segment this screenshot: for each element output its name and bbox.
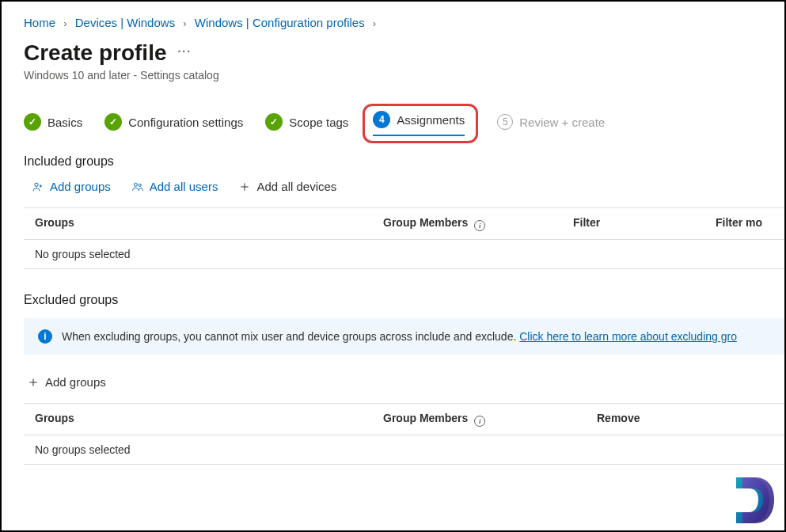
table-header-row: Groups Group Members i Remove	[24, 403, 784, 435]
wizard-steps: ✓ Basics ✓ Configuration settings ✓ Scop…	[24, 110, 784, 134]
check-icon: ✓	[104, 113, 122, 131]
step-basics[interactable]: ✓ Basics	[24, 113, 82, 131]
breadcrumb-profiles[interactable]: Windows | Configuration profiles	[195, 16, 365, 29]
step-scope-tags[interactable]: ✓ Scope tags	[265, 113, 348, 131]
empty-text: No groups selected	[35, 248, 383, 260]
page-subtitle: Windows 10 and later - Settings catalog	[24, 69, 784, 82]
highlight-annotation: 4 Assignments	[363, 104, 478, 143]
info-icon: i	[38, 329, 52, 344]
action-label: Add all users	[150, 180, 218, 193]
step-configuration[interactable]: ✓ Configuration settings	[104, 113, 243, 131]
step-label: Basics	[47, 116, 82, 129]
add-all-devices-button[interactable]: Add all devices	[238, 180, 336, 193]
info-icon[interactable]: i	[474, 416, 485, 427]
excluded-groups-table: Groups Group Members i Remove No groups …	[24, 403, 784, 465]
excluded-actions: Add groups	[27, 375, 784, 389]
col-filter[interactable]: Filter	[573, 216, 716, 231]
step-number-icon: 4	[373, 111, 390, 128]
add-groups-excluded-button[interactable]: Add groups	[27, 375, 106, 389]
people-icon	[131, 180, 144, 193]
info-icon[interactable]: i	[474, 220, 485, 231]
table-row-empty: No groups selected	[24, 435, 784, 465]
svg-point-0	[35, 183, 38, 186]
svg-point-1	[134, 183, 137, 186]
check-icon: ✓	[24, 113, 41, 131]
chevron-right-icon: ›	[373, 17, 376, 29]
col-remove[interactable]: Remove	[597, 412, 755, 427]
more-button[interactable]: ···	[177, 45, 192, 58]
plus-icon	[238, 180, 251, 193]
table-row-empty: No groups selected	[24, 240, 784, 269]
add-all-users-button[interactable]: Add all users	[131, 180, 218, 193]
page-title: Create profile	[24, 40, 167, 66]
table-header-row: Groups Group Members i Filter Filter mo	[24, 207, 784, 240]
step-label: Review + create	[519, 116, 605, 129]
watermark-logo	[731, 473, 780, 530]
breadcrumb-home[interactable]: Home	[24, 16, 55, 29]
col-groups[interactable]: Groups	[35, 412, 383, 427]
included-groups-heading: Included groups	[24, 154, 784, 169]
excluded-groups-heading: Excluded groups	[24, 293, 784, 307]
action-label: Add groups	[45, 375, 106, 389]
step-number-icon: 5	[497, 114, 513, 130]
plus-icon	[27, 376, 40, 389]
learn-more-link[interactable]: Click here to learn more about excluding…	[519, 330, 737, 343]
col-filter-mode[interactable]: Filter mo	[716, 216, 786, 231]
breadcrumb: Home › Devices | Windows › Windows | Con…	[24, 16, 784, 29]
add-groups-button[interactable]: Add groups	[32, 180, 111, 193]
svg-point-2	[139, 184, 141, 186]
check-icon: ✓	[265, 113, 283, 131]
person-add-icon	[32, 180, 44, 193]
empty-text: No groups selected	[35, 443, 383, 456]
action-label: Add groups	[50, 180, 111, 193]
info-banner: i When excluding groups, you cannot mix …	[24, 318, 784, 355]
banner-text: When excluding groups, you cannot mix us…	[62, 330, 737, 343]
breadcrumb-devices[interactable]: Devices | Windows	[75, 16, 175, 29]
col-group-members[interactable]: Group Members i	[383, 216, 573, 231]
col-groups[interactable]: Groups	[35, 216, 383, 231]
step-label: Scope tags	[289, 116, 348, 129]
chevron-right-icon: ›	[63, 17, 66, 29]
step-label: Configuration settings	[128, 116, 243, 129]
step-review[interactable]: 5 Review + create	[497, 114, 605, 130]
included-actions: Add groups Add all users Add all devices	[32, 180, 784, 193]
chevron-right-icon: ›	[183, 17, 186, 29]
action-label: Add all devices	[256, 180, 336, 193]
col-group-members[interactable]: Group Members i	[383, 412, 597, 427]
step-label: Assignments	[397, 113, 465, 127]
included-groups-table: Groups Group Members i Filter Filter mo …	[24, 207, 784, 269]
step-assignments[interactable]: 4 Assignments	[373, 111, 465, 133]
